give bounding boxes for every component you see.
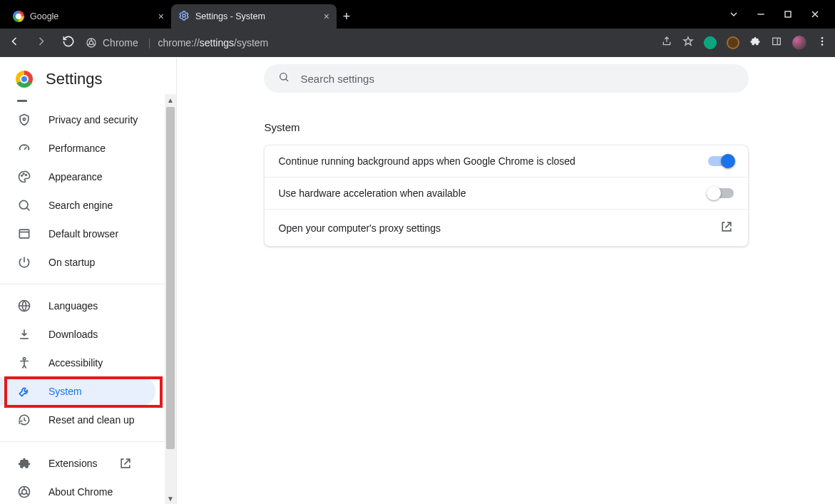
sidebar-item-languages[interactable]: Languages [0,292,155,320]
new-tab-button[interactable]: + [337,9,357,24]
system-settings-card: Continue running background apps when Go… [264,145,749,247]
sidebar-item-performance[interactable]: Performance [0,134,155,163]
extensions-puzzle-icon[interactable] [749,36,761,50]
kebab-menu-icon[interactable] [816,36,828,50]
omnibox-scheme-label: Chrome [103,37,138,48]
window-maximize-button[interactable] [781,7,795,21]
svg-point-9 [21,175,23,177]
sidebar-item-reset[interactable]: Reset and clean up [0,406,155,434]
settings-main: System Continue running background apps … [177,57,835,504]
sidebar-item-accessibility[interactable]: Accessibility [0,349,155,377]
wrench-icon [17,384,31,398]
row-label: Use hardware acceleration when available [279,187,466,199]
tab-google[interactable]: Google × [6,4,171,29]
chevron-down-icon[interactable] [727,7,741,21]
nav-separator [0,284,176,284]
svg-point-18 [280,73,286,80]
sidebar-item-label: Downloads [48,329,98,340]
svg-point-5 [821,37,824,39]
tab-close-icon[interactable]: × [158,11,164,21]
power-icon [17,255,31,269]
tab-title: Google [30,11,153,21]
accessibility-icon [17,356,31,370]
side-panel-icon[interactable] [771,36,782,50]
settings-row-bgapps: Continue running background apps when Go… [265,145,748,178]
tab-strip: Google × Settings - System × + [0,4,357,29]
sidebar-item-search-engine[interactable]: Search engine [0,191,155,220]
profile-avatar[interactable] [792,36,806,50]
sidebar-nav: Privacy and securityPerformanceAppearanc… [0,97,176,504]
sidebar-item-label: Appearance [48,171,103,182]
tab-settings-system[interactable]: Settings - System × [171,4,337,29]
share-icon[interactable] [661,36,672,50]
sidebar-item-appearance[interactable]: Appearance [0,163,155,191]
scroll-thumb[interactable] [166,107,175,449]
gear-icon [178,10,190,24]
svg-point-6 [821,41,824,43]
settings-row-proxy[interactable]: Open your computer's proxy settings [265,210,748,246]
google-favicon-icon [13,11,24,22]
svg-rect-13 [19,230,29,238]
sidebar-item-system[interactable]: System [0,377,155,406]
sidebar-scrollbar[interactable]: ▲ ▼ [165,94,176,504]
svg-point-12 [19,200,28,209]
omnibox-separator: | [148,37,151,48]
chrome-logo-icon [16,71,33,88]
scroll-down-icon[interactable]: ▼ [165,493,176,504]
sidebar-item-downloads[interactable]: Downloads [0,320,155,349]
reload-button[interactable] [61,34,76,51]
row-label: Open your computer's proxy settings [279,222,441,234]
omnibox[interactable]: Chrome | chrome://settings/system [86,37,651,48]
svg-point-10 [23,173,24,175]
settings-sidebar: Settings Privacy and securityPerformance… [0,57,177,504]
bookmark-star-icon[interactable] [682,36,694,50]
sidebar-item-extensions[interactable]: Extensions [0,449,155,478]
sidebar-item-label: Search engine [48,200,113,211]
sidebar-item-label: Performance [48,143,106,154]
row-label: Continue running background apps when Go… [279,155,575,167]
section-title: System [265,121,749,133]
svg-rect-4 [773,38,781,44]
chrome-outline-icon [86,37,97,48]
scroll-up-icon[interactable]: ▲ [165,94,176,106]
sidebar-item-label: Default browser [48,228,118,240]
sidebar-item-label: About Chrome [48,486,113,498]
speedometer-icon [17,141,31,155]
sidebar-item-label: Accessibility [48,357,103,369]
svg-rect-1 [785,11,791,17]
toggle-hwaccel[interactable] [708,188,734,198]
sidebar-item-about[interactable]: About Chrome [0,478,155,504]
toggle-bgapps[interactable] [708,156,734,166]
forward-button[interactable] [34,34,48,51]
sidebar-item-label: On startup [48,257,95,268]
sidebar-item-label: Reset and clean up [48,414,135,426]
svg-point-0 [183,14,185,17]
sidebar-truncated-item [0,100,176,106]
shield-icon [17,113,31,127]
open-in-new-icon [118,456,133,470]
extension-icon-1[interactable] [704,36,717,49]
window-controls [727,0,835,29]
sidebar-item-on-startup[interactable]: On startup [0,248,155,277]
sidebar-item-privacy[interactable]: Privacy and security [0,106,155,134]
svg-point-7 [821,43,824,46]
svg-point-11 [26,175,27,176]
sidebar-item-label: Privacy and security [48,114,138,125]
tab-title: Settings - System [195,11,318,21]
back-button[interactable] [7,34,21,51]
settings-search[interactable] [264,64,749,93]
restore-icon [17,413,31,427]
window-close-button[interactable] [808,7,822,21]
browser-icon [17,227,31,241]
sidebar-title: Settings [46,70,103,88]
window-minimize-button[interactable] [754,7,768,21]
sidebar-item-label: Languages [48,300,98,312]
browser-toolbar: Chrome | chrome://settings/system [0,29,835,57]
extension-icon-2[interactable] [727,36,739,49]
svg-point-8 [23,118,25,120]
search-input[interactable] [299,72,734,86]
tab-close-icon[interactable]: × [324,11,329,21]
sidebar-item-label: System [48,386,82,397]
sidebar-header: Settings [0,57,176,97]
sidebar-item-default-browser[interactable]: Default browser [0,220,155,248]
